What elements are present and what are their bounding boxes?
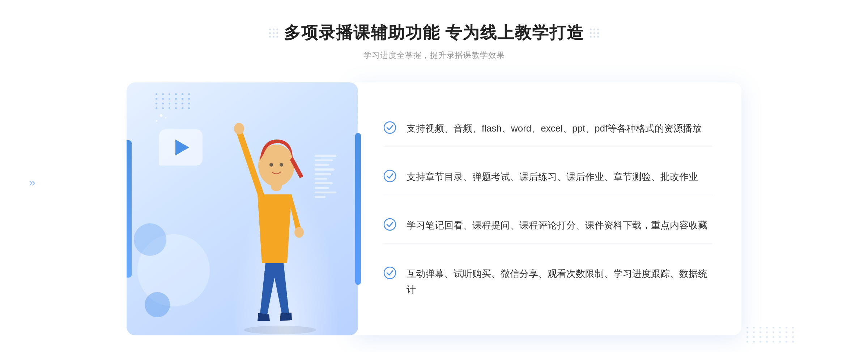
header-dots-right — [590, 29, 599, 38]
header-subtitle: 学习进度全掌握，提升录播课教学效果 — [269, 50, 599, 61]
svg-point-6 — [280, 163, 283, 167]
feature-item: 支持视频、音频、flash、word、excel、ppt、pdf等各种格式的资源… — [383, 110, 712, 147]
deco-circle-accent — [145, 292, 170, 317]
left-blue-bar — [127, 140, 132, 278]
play-bubble — [159, 129, 203, 166]
svg-point-10 — [384, 267, 396, 279]
svg-point-8 — [384, 170, 396, 182]
sparkle-dot — [156, 120, 157, 122]
feature-text-2: 支持章节目录、弹题考试、课后练习、课后作业、章节测验、批改作业 — [407, 169, 698, 185]
features-panel: 支持视频、音频、flash、word、excel、ppt、pdf等各种格式的资源… — [354, 82, 741, 335]
feature-text-3: 学习笔记回看、课程提问、课程评论打分、课件资料下载，重点内容收藏 — [407, 217, 707, 233]
header-section: 多项录播课辅助功能 专为线上教学打造 学习进度全掌握，提升录播课教学效果 — [269, 22, 599, 61]
left-chevrons-decoration: » — [29, 176, 35, 188]
header-title-row: 多项录播课辅助功能 专为线上教学打造 — [269, 22, 599, 44]
svg-point-0 — [244, 326, 316, 334]
svg-point-7 — [384, 122, 396, 133]
page-wrapper: » 多项录播课辅助功能 专为线上教学打造 学习进度全掌握，提升录播课教学效果 — [0, 0, 868, 352]
check-icon — [383, 121, 396, 134]
svg-point-9 — [384, 219, 396, 230]
play-icon — [175, 139, 189, 155]
bottom-right-dots — [746, 327, 796, 343]
sparkle-dot — [160, 114, 162, 117]
deco-circle-small — [134, 223, 166, 256]
svg-point-2 — [294, 227, 304, 238]
feature-item: 学习笔记回看、课程提问、课程评论打分、课件资料下载，重点内容收藏 — [383, 207, 712, 244]
chevron-icon: » — [29, 176, 35, 188]
page-title: 多项录播课辅助功能 专为线上教学打造 — [284, 22, 584, 44]
check-icon — [383, 266, 396, 279]
feature-item: 互动弹幕、试听购买、微信分享、观看次数限制、学习进度跟踪、数据统计 — [383, 256, 712, 308]
dot-grid-top — [156, 93, 192, 109]
blue-accent-bar — [355, 133, 361, 285]
header-dots-left — [269, 29, 278, 38]
svg-point-1 — [234, 123, 244, 134]
feature-text-4: 互动弹幕、试听购买、微信分享、观看次数限制、学习进度跟踪、数据统计 — [407, 266, 712, 297]
check-icon — [383, 169, 396, 183]
check-icon — [383, 218, 396, 231]
sparkle-decoration — [156, 114, 170, 129]
person-illustration — [215, 90, 352, 335]
feature-item: 支持章节目录、弹题考试、课后练习、课后作业、章节测验、批改作业 — [383, 159, 712, 195]
sparkle-dot — [165, 117, 166, 119]
left-illustration-panel — [127, 82, 358, 335]
svg-point-5 — [269, 163, 273, 167]
main-content: 支持视频、音频、flash、word、excel、ppt、pdf等各种格式的资源… — [127, 82, 741, 335]
feature-text-1: 支持视频、音频、flash、word、excel、ppt、pdf等各种格式的资源… — [407, 120, 702, 136]
